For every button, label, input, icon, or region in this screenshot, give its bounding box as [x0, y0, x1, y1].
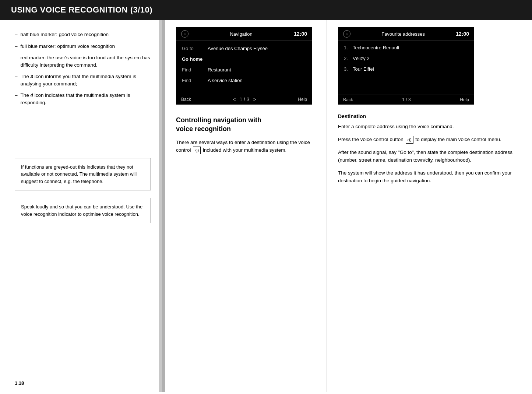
footer-back: Back	[181, 97, 191, 102]
screen-row-find1: Find Restaurant	[176, 64, 312, 75]
dest-para-4: The system will show the address it has …	[338, 169, 521, 185]
fav-screen-title: Favourite addresses	[350, 31, 456, 37]
screen-row-gohome: Go home	[176, 54, 312, 64]
page-number: 1.18	[15, 380, 24, 386]
dash-4: –	[15, 73, 18, 87]
dest-para-1-text: Enter a complete address using the voice…	[338, 124, 454, 129]
bold-3: 3	[31, 74, 34, 79]
fav-num-1: 1.	[344, 45, 353, 50]
info-box-1-text: If functions are greyed-out this indicat…	[21, 164, 137, 184]
dash-3: –	[15, 54, 18, 68]
next-icon: >	[253, 96, 256, 102]
fav-name-2: Vélizy 2	[353, 56, 370, 61]
middle-column: ○ Navigation 12:00 Go to Avenue des Cham…	[165, 20, 327, 392]
bullet-icon3: – The 3 icon informs you that the multim…	[15, 73, 151, 87]
spacer	[15, 114, 151, 158]
bullet-icon4: – The 4 icon indicates that the multimed…	[15, 92, 151, 106]
fav-footer-page: 1 / 3	[402, 97, 411, 102]
bullet-full-blue: – full blue marker: optimum voice recogn…	[15, 43, 151, 50]
section-body: There are several ways to enter a destin…	[176, 139, 316, 154]
fav-row-1: 1. Technocentre Renault	[338, 42, 474, 53]
dest-para-2: Press the voice control button ›)) to di…	[338, 136, 521, 144]
bullet-text-3: red marker: the user's voice is too loud…	[21, 54, 151, 68]
favourite-addresses-screen: ○ Favourite addresses 12:00 1. Technocen…	[338, 27, 474, 105]
navigation-screen: ○ Navigation 12:00 Go to Avenue des Cham…	[176, 27, 312, 105]
bullet-list: – half blue marker: good voice recogniti…	[15, 31, 151, 106]
page-header: USING VOICE RECOGNITION (3/10)	[0, 0, 532, 20]
fav-num-3: 3.	[344, 66, 353, 72]
fav-num-2: 2.	[344, 56, 353, 61]
bold-4: 4	[31, 92, 34, 98]
fav-screen-header: ○ Favourite addresses 12:00	[338, 27, 474, 41]
screen-body: Go to Avenue des Champs Elysée Go home F…	[176, 41, 312, 88]
section-body-text: There are several ways to enter a destin…	[176, 140, 310, 153]
dash-1: –	[15, 31, 18, 38]
fav-row-3: 3. Tour Eiffel	[338, 64, 474, 74]
screen-nav-icon: ○	[181, 30, 189, 38]
fav-name-3: Tour Eiffel	[353, 66, 374, 72]
fav-screen-icon: ○	[343, 30, 350, 38]
dest-para-3-text: After the sound signal, say "Go to", the…	[338, 149, 512, 163]
left-gray-bar	[162, 20, 165, 392]
left-column: – half blue marker: good voice recogniti…	[0, 20, 162, 392]
row-value-goto: Avenue des Champs Elysée	[208, 46, 268, 51]
fav-body: 1. Technocentre Renault 2. Vélizy 2 3. T…	[338, 41, 474, 76]
voice-control-icon-mid: ›))	[193, 147, 201, 154]
content-area: – half blue marker: good voice recogniti…	[0, 20, 532, 392]
bullet-text-1: half blue marker: good voice recognition	[21, 31, 151, 38]
fav-footer: Back 1 / 3 Help	[338, 95, 474, 105]
nav-controls: < 1 / 3 >	[233, 96, 256, 102]
screen-title: Navigation	[189, 31, 294, 37]
fav-footer-back: Back	[343, 97, 353, 102]
dest-para-2-text: Press the voice control button ›)) to di…	[338, 137, 501, 142]
bullet-half-blue: – half blue marker: good voice recogniti…	[15, 31, 151, 38]
info-box-1: If functions are greyed-out this indicat…	[15, 158, 151, 191]
info-box-2: Speak loudly and so that you can be unde…	[15, 198, 151, 223]
heading-line1: Controlling navigation with	[176, 116, 261, 124]
dest-para-4-text: The system will show the address it has …	[338, 170, 512, 183]
section-heading: Controlling navigation with voice recogn…	[176, 116, 316, 134]
screen-header: ○ Navigation 12:00	[176, 27, 312, 41]
screen-time: 12:00	[294, 31, 307, 37]
row-value-find1: Restaurant	[208, 67, 231, 73]
bullet-text-5: The 4 icon indicates that the multimedia…	[21, 92, 151, 106]
fav-screen-time: 12:00	[456, 31, 469, 37]
page-container: USING VOICE RECOGNITION (3/10) – half bl…	[0, 0, 532, 394]
right-column: ○ Favourite addresses 12:00 1. Technocen…	[327, 20, 532, 392]
footer-help: Help	[298, 97, 307, 102]
page-indicator: 1 / 3	[239, 96, 249, 102]
row-label-find1: Find	[182, 67, 208, 73]
screen-footer: Back < 1 / 3 > Help	[176, 94, 312, 105]
screen-row-find2: Find A service station	[176, 75, 312, 86]
row-label-find2: Find	[182, 78, 208, 83]
heading-line2: voice recognition	[176, 125, 231, 133]
fav-name-1: Technocentre Renault	[353, 45, 399, 50]
row-label-gohome: Go home	[182, 56, 208, 62]
row-label-goto: Go to	[182, 46, 208, 51]
dest-para-3: After the sound signal, say "Go to", the…	[338, 149, 521, 164]
dest-para-1: Enter a complete address using the voice…	[338, 123, 521, 131]
bullet-red: – red marker: the user's voice is too lo…	[15, 54, 151, 68]
prev-icon: <	[233, 96, 236, 102]
info-box-2-text: Speak loudly and so that you can be unde…	[21, 204, 142, 217]
dash-2: –	[15, 43, 18, 50]
dash-5: –	[15, 92, 18, 106]
fav-footer-help: Help	[460, 97, 469, 102]
bullet-text-4: The 3 icon informs you that the multimed…	[21, 73, 151, 87]
bullet-text-2: full blue marker: optimum voice recognit…	[21, 43, 151, 50]
fav-row-2: 2. Vélizy 2	[338, 53, 474, 64]
voice-control-icon-right: ›))	[406, 136, 413, 144]
destination-heading: Destination	[338, 113, 521, 119]
screen-row-goto: Go to Avenue des Champs Elysée	[176, 43, 312, 54]
row-value-find2: A service station	[208, 78, 243, 83]
page-title: USING VOICE RECOGNITION (3/10)	[11, 5, 152, 14]
